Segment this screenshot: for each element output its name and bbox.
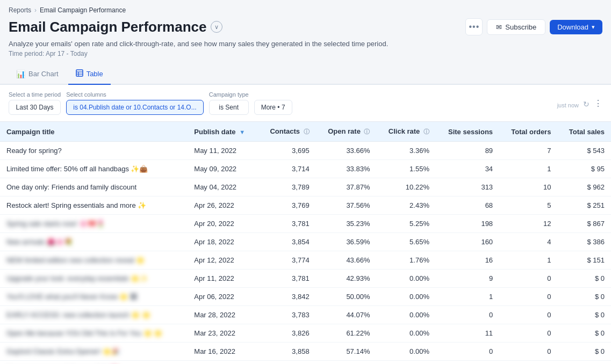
title-dropdown-button[interactable]: ∨ (211, 21, 222, 33)
cell-total-sales: $ 0 (557, 361, 611, 365)
cell-site-sessions: 34 (436, 160, 499, 178)
cell-campaign-title: Restock alert! Spring essentials and mor… (0, 196, 188, 215)
cell-campaign-title: Gaylord Classic Extra Opener! 🌟🎉 (0, 343, 188, 361)
cell-click-rate: 5.65% (376, 233, 435, 251)
cell-total-sales: $ 0 (557, 324, 611, 343)
click-rate-info-icon[interactable]: ⓘ (423, 128, 429, 135)
col-header-total-orders: Total orders (499, 122, 557, 142)
cell-total-orders: 0 (499, 324, 557, 343)
breadcrumb-parent[interactable]: Reports (9, 6, 31, 14)
cell-total-sales: $ 867 (557, 215, 611, 233)
table-row[interactable]: New arrivals 🌺🌸💐 Apr 18, 2022 3,854 36.5… (0, 233, 611, 251)
table-row[interactable]: EARLY ACCESS: new collection launch 🌟 🌟 … (0, 306, 611, 324)
table-more-options-button[interactable]: ⋮ (594, 98, 602, 108)
tabs-bar: 📊 Bar Chart Table (0, 64, 611, 85)
cell-publish-date: May 04, 2022 (188, 178, 258, 196)
table-row[interactable]: Ready for spring? May 11, 2022 3,695 33.… (0, 142, 611, 160)
page-header: Email Campaign Performance ∨ ••• ✉ Subsc… (0, 16, 611, 40)
cell-campaign-title: Spring sale starts now! 🌸🎀🌷 (0, 215, 188, 233)
table-row[interactable]: You'll LOVE what you'll Never Know 🌟 🖼 A… (0, 288, 611, 306)
cell-open-rate: 37.87% (316, 178, 377, 196)
cell-click-rate: 5.25% (376, 215, 435, 233)
cell-total-sales: $ 0 (557, 288, 611, 306)
table-row[interactable]: Upgrade your look: everyday essentials 🌟… (0, 270, 611, 288)
cell-campaign-title: NEW limited edition new collection revea… (0, 251, 188, 270)
cell-total-sales: $ 962 (557, 178, 611, 196)
svg-rect-0 (76, 70, 83, 76)
cell-campaign-title: Limited time offer: 50% off all handbags… (0, 160, 188, 178)
page-title: Email Campaign Performance (9, 19, 206, 35)
open-rate-info-icon[interactable]: ⓘ (364, 128, 370, 135)
filter-more-button[interactable]: More • 7 (254, 100, 292, 115)
cell-total-sales: $ 251 (557, 196, 611, 215)
cell-contacts: 3,789 (258, 178, 315, 196)
bar-chart-icon: 📊 (16, 70, 25, 78)
cell-contacts: 3,897 (258, 361, 315, 365)
cell-total-orders: 0 (499, 288, 557, 306)
download-button[interactable]: Download ▾ (550, 20, 602, 34)
cell-total-sales: $ 543 (557, 142, 611, 160)
tab-table[interactable]: Table (68, 64, 111, 85)
cell-site-sessions: 9 (436, 270, 499, 288)
refresh-timestamp: just now (557, 102, 579, 108)
cell-campaign-title: Upgrade your look: everyday essentials 🌟… (0, 270, 188, 288)
cell-open-rate: 50.00% (316, 288, 377, 306)
table-row[interactable]: Spring sale starts now! 🌸🎀🌷 Apr 20, 2022… (0, 215, 611, 233)
data-table: Campaign title Publish date ▼ Contacts ⓘ… (0, 121, 611, 364)
cell-total-orders: 1 (499, 251, 557, 270)
cell-open-rate: 57.14% (316, 343, 377, 361)
table-row[interactable]: NEW limited edition new collection revea… (0, 251, 611, 270)
refresh-button[interactable]: ↻ (583, 100, 590, 108)
cell-click-rate: 0.00% (376, 361, 435, 365)
cell-site-sessions: 89 (436, 142, 499, 160)
more-actions-button[interactable]: ••• (465, 18, 483, 35)
contacts-info-icon[interactable]: ⓘ (304, 128, 310, 135)
col-header-publish-date[interactable]: Publish date ▼ (188, 122, 258, 142)
filter-time-period-button[interactable]: Last 30 Days (9, 100, 61, 115)
cell-contacts: 3,858 (258, 343, 315, 361)
cell-campaign-title: EARLY ACCESS: new collection launch 🌟 🌟 (0, 306, 188, 324)
cell-click-rate: 1.55% (376, 160, 435, 178)
cell-contacts: 3,783 (258, 306, 315, 324)
cell-contacts: 3,854 (258, 233, 315, 251)
cell-open-rate: 36.59% (316, 233, 377, 251)
cell-open-rate: 42.93% (316, 270, 377, 288)
cell-publish-date: May 09, 2022 (188, 160, 258, 178)
filter-columns-button[interactable]: is 04.Publish date or 10.Contacts or 14.… (66, 100, 203, 115)
cell-total-orders: 0 (499, 361, 557, 365)
cell-click-rate: 0.00% (376, 306, 435, 324)
table-icon (76, 69, 83, 78)
cell-contacts: 3,714 (258, 160, 315, 178)
cell-campaign-title: Ready for spring? (0, 142, 188, 160)
cell-click-rate: 10.22% (376, 178, 435, 196)
email-icon: ✉ (496, 23, 502, 31)
table-row[interactable]: Limited time offer: 50% off all handbags… (0, 160, 611, 178)
table-row[interactable]: Restock alert! Spring essentials and mor… (0, 196, 611, 215)
download-chevron-icon: ▾ (592, 24, 595, 31)
cell-total-orders: 4 (499, 233, 557, 251)
filter-campaign-type-button[interactable]: is Sent (209, 100, 249, 115)
cell-site-sessions: 16 (436, 251, 499, 270)
cell-campaign-title: One day only: Friends and family discoun… (0, 178, 188, 196)
tab-bar-chart[interactable]: 📊 Bar Chart (9, 64, 66, 85)
cell-publish-date: Apr 18, 2022 (188, 233, 258, 251)
filter-campaign-type-group: Campaign type is Sent (209, 91, 249, 115)
cell-click-rate: 2.43% (376, 196, 435, 215)
cell-click-rate: 0.00% (376, 270, 435, 288)
cell-total-orders: 1 (499, 160, 557, 178)
filter-more-group: More • 7 (254, 91, 292, 115)
subscribe-button[interactable]: ✉ Subscribe (487, 19, 545, 35)
chevron-down-icon: ∨ (214, 24, 219, 31)
cell-open-rate: 37.56% (316, 196, 377, 215)
table-row[interactable]: Happy new season! You are Girl! 💖 Mar 08… (0, 361, 611, 365)
cell-total-sales: $ 95 (557, 160, 611, 178)
cell-contacts: 3,774 (258, 251, 315, 270)
cell-total-orders: 0 (499, 270, 557, 288)
cell-publish-date: Mar 08, 2022 (188, 361, 258, 365)
cell-click-rate: 3.36% (376, 142, 435, 160)
content-area: Select a time period Last 30 Days Select… (0, 85, 611, 364)
table-row[interactable]: Gaylord Classic Extra Opener! 🌟🎉 Mar 16,… (0, 343, 611, 361)
table-row[interactable]: One day only: Friends and family discoun… (0, 178, 611, 196)
table-row[interactable]: Open Me because YOU Did This Is For You … (0, 324, 611, 343)
cell-site-sessions: 0 (436, 343, 499, 361)
